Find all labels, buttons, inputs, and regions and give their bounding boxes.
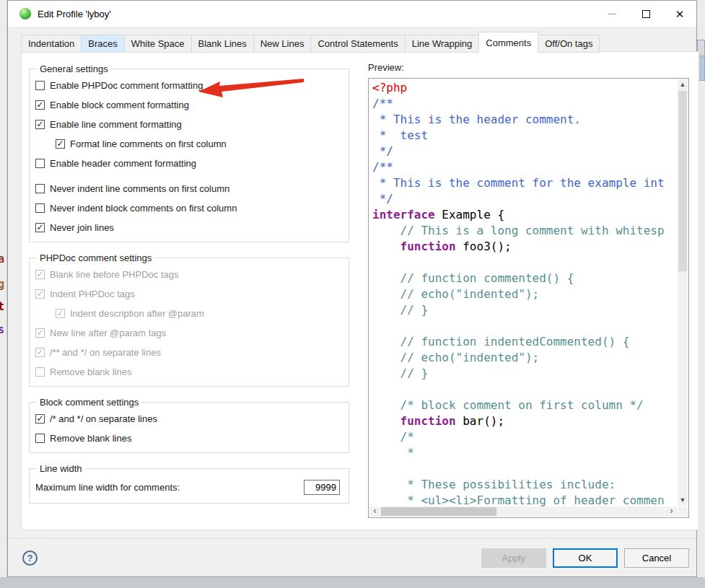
group-title: Line width — [37, 463, 85, 474]
code-line: function bar(); — [372, 413, 678, 429]
code-segment: * test — [372, 128, 428, 142]
checkbox-checked: ✓ — [35, 289, 45, 299]
checkbox-label: Enable PHPDoc comment formatting — [50, 80, 203, 91]
checkbox-label: Format line comments on first column — [70, 139, 227, 149]
maximize-button[interactable] — [635, 3, 657, 25]
checkbox-row[interactable]: ✓Never join lines — [35, 218, 343, 237]
tab-braces[interactable]: Braces — [81, 35, 124, 53]
edit-profile-dialog: Edit Profile 'lyboy' ✕ IndentationBraces… — [7, 0, 697, 577]
code-line: /* — [372, 429, 678, 445]
code-segment — [372, 414, 400, 428]
code-line: * This is the comment for the example in… — [372, 175, 678, 191]
line-width-label: Maximum line width for comments: — [35, 482, 180, 493]
minimize-button[interactable] — [601, 3, 623, 25]
checkbox-checked[interactable]: ✓ — [35, 100, 45, 110]
tab-blank-lines[interactable]: Blank Lines — [191, 35, 254, 53]
code-segment: * <ul><li>Formatting of header commen — [372, 493, 665, 506]
code-segment: // This is a long comment with whitesp — [372, 224, 665, 237]
checkbox-label: New line after @param tags — [50, 328, 166, 338]
background-app-left-strip: agts — [0, 0, 7, 577]
checkbox-checked[interactable]: ✓ — [35, 120, 45, 129]
code-segment: interface — [372, 208, 435, 221]
code-line: /** — [372, 96, 678, 112]
tab-line-wrapping[interactable]: Line Wrapping — [405, 35, 480, 53]
scroll-down-icon[interactable]: ▼ — [678, 495, 688, 506]
checkbox-row[interactable]: Remove blank lines — [35, 429, 343, 448]
help-icon[interactable]: ? — [22, 550, 38, 566]
code-line: */ — [372, 191, 678, 207]
cancel-button[interactable]: Cancel — [624, 548, 689, 568]
tab-comments[interactable]: Comments — [478, 32, 538, 53]
scroll-up-icon[interactable]: ▲ — [678, 79, 688, 90]
vertical-scrollbar-thumb[interactable] — [678, 91, 687, 271]
checkbox-row[interactable]: ✓Enable line comment formatting — [35, 115, 343, 134]
title-bar: Edit Profile 'lyboy' ✕ — [8, 1, 696, 27]
preview-box: <?php/** * This is the header comment. *… — [368, 78, 689, 518]
checkbox-checked[interactable]: ✓ — [56, 139, 65, 149]
checkbox-label: Enable header comment formatting — [50, 158, 196, 169]
code-segment: Example { — [435, 208, 504, 221]
tab-white-space[interactable]: White Space — [124, 35, 192, 53]
checkbox-checked: ✓ — [35, 270, 45, 279]
line-width-input[interactable] — [304, 480, 340, 495]
checkbox-unchecked[interactable] — [35, 434, 45, 443]
code-line — [372, 255, 678, 271]
checkbox-label: /** and */ on separate lines — [50, 347, 161, 358]
code-segment: bar(); — [456, 414, 504, 428]
close-button[interactable]: ✕ — [669, 3, 691, 25]
group-title: General settings — [37, 63, 111, 74]
checkbox-unchecked[interactable] — [35, 203, 45, 213]
checkbox-row[interactable]: ✓Format line comments on first column — [35, 134, 343, 154]
checkbox-label: Remove blank lines — [50, 433, 131, 444]
checkbox-row[interactable]: Never indent block comments on first col… — [35, 198, 343, 218]
ok-button[interactable]: OK — [553, 548, 618, 568]
settings-column: General settingsEnable PHPDoc comment fo… — [29, 63, 351, 504]
code-line — [372, 461, 678, 477]
tab-indentation[interactable]: Indentation — [21, 35, 82, 53]
code-segment: function — [400, 240, 456, 253]
apply-button: Apply — [481, 548, 546, 568]
checkbox-unchecked[interactable] — [35, 184, 45, 193]
group-line-width: Line width Maximum line width for commen… — [29, 463, 349, 504]
checkbox-row: ✓Indent PHPDoc tags — [35, 284, 343, 304]
checkbox-row: ✓Blank line before PHPDoc tags — [35, 265, 343, 284]
code-segment: // } — [372, 303, 428, 317]
checkbox-row[interactable]: Enable PHPDoc comment formatting — [35, 76, 343, 95]
checkbox-row: ✓New line after @param tags — [35, 323, 343, 343]
checkbox-label: Blank line before PHPDoc tags — [50, 269, 178, 280]
checkbox-row[interactable]: ✓/* and */ on separate lines — [35, 409, 343, 429]
scroll-left-icon[interactable]: ‹ — [369, 506, 380, 517]
scroll-right-icon[interactable]: › — [666, 506, 677, 517]
code-segment: // echo("indented"); — [372, 351, 539, 364]
checkbox-unchecked[interactable] — [35, 81, 45, 90]
code-line: * <ul><li>Formatting of header commen — [372, 493, 678, 506]
window-controls: ✕ — [589, 3, 696, 25]
group-general: General settingsEnable PHPDoc comment fo… — [29, 63, 349, 242]
preview-code: <?php/** * This is the header comment. *… — [369, 79, 678, 506]
checkbox-row[interactable]: Never indent line comments on first colu… — [35, 179, 343, 198]
code-segment: // function commented() { — [372, 271, 574, 285]
tab-bar: IndentationBracesWhite SpaceBlank LinesN… — [21, 34, 696, 53]
vertical-scrollbar[interactable]: ▲ ▼ — [678, 79, 688, 506]
checkbox-label: Enable line comment formatting — [50, 119, 182, 130]
code-segment: /* block comment on first column */ — [372, 398, 644, 412]
tab-control-statements[interactable]: Control Statements — [310, 35, 405, 53]
code-segment: */ — [372, 192, 393, 206]
maximize-icon — [642, 10, 650, 18]
background-text-fragment: s — [0, 323, 4, 336]
code-line: interface Example { — [372, 207, 678, 223]
code-segment: function — [400, 414, 456, 428]
code-segment: /* — [372, 430, 414, 444]
tab-new-lines[interactable]: New Lines — [253, 35, 312, 53]
checkbox-unchecked[interactable] — [35, 159, 45, 168]
checkbox-checked[interactable]: ✓ — [35, 223, 45, 232]
tab-off-on-tags[interactable]: Off/On tags — [538, 35, 600, 53]
checkbox-label: Enable block comment formatting — [50, 100, 189, 110]
code-segment: * — [372, 446, 414, 460]
background-text-fragment: g — [0, 278, 4, 291]
checkbox-row[interactable]: Enable header comment formatting — [35, 154, 343, 173]
horizontal-scrollbar-thumb[interactable] — [381, 507, 496, 516]
checkbox-row[interactable]: ✓Enable block comment formatting — [35, 95, 343, 115]
horizontal-scrollbar[interactable]: ‹ › — [369, 506, 677, 517]
checkbox-checked[interactable]: ✓ — [35, 414, 45, 424]
